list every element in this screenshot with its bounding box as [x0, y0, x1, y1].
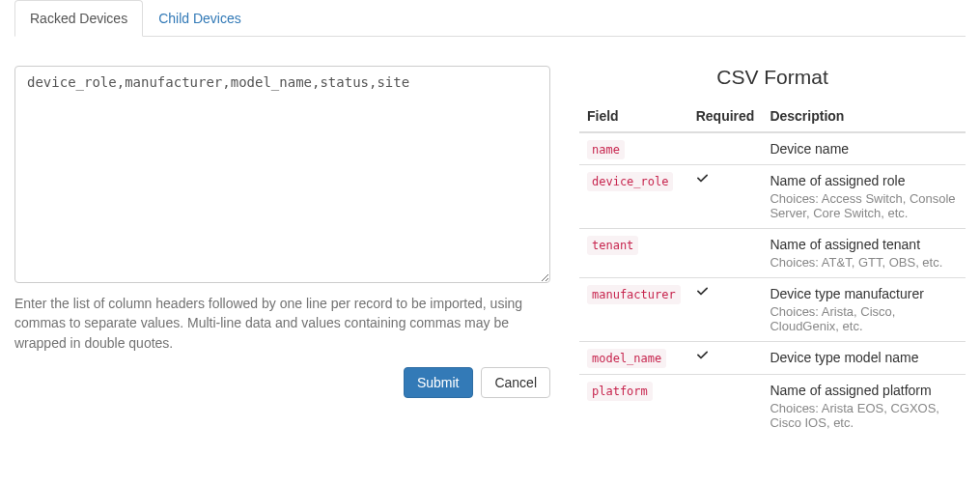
table-row: model_nameDevice type model name — [579, 342, 966, 375]
col-field: Field — [579, 100, 688, 132]
table-row: device_roleName of assigned roleChoices:… — [579, 165, 966, 229]
check-icon — [696, 350, 710, 366]
check-icon — [696, 286, 710, 302]
field-code: tenant — [587, 236, 638, 255]
field-code: name — [587, 140, 625, 159]
field-choices: Choices: Arista, Cisco, CloudGenix, etc. — [770, 304, 958, 333]
field-code: model_name — [587, 349, 666, 368]
col-required: Required — [688, 100, 763, 132]
field-choices: Choices: Arista EOS, CGXOS, Cisco IOS, e… — [770, 401, 958, 430]
tabs: Racked Devices Child Devices — [14, 0, 966, 37]
field-choices: Choices: AT&T, GTT, OBS, etc. — [770, 255, 958, 270]
submit-button[interactable]: Submit — [404, 367, 473, 398]
field-code: device_role — [587, 172, 673, 191]
field-description: Device name — [770, 141, 958, 157]
field-description: Name of assigned tenant — [770, 237, 958, 252]
check-icon — [696, 173, 710, 189]
field-code: manufacturer — [587, 285, 681, 304]
tab-child-devices[interactable]: Child Devices — [143, 0, 257, 37]
table-row: platformName of assigned platformChoices… — [579, 375, 966, 439]
col-description: Description — [762, 100, 966, 132]
table-row: manufacturerDevice type manufacturerChoi… — [579, 278, 966, 342]
field-description: Name of assigned role — [770, 173, 958, 188]
field-choices: Choices: Access Switch, Console Server, … — [770, 191, 958, 220]
csv-input[interactable] — [14, 66, 550, 283]
help-text: Enter the list of column headers followe… — [14, 294, 550, 353]
cancel-button[interactable]: Cancel — [481, 367, 550, 398]
csv-format-title: CSV Format — [579, 66, 966, 89]
field-description: Name of assigned platform — [770, 383, 958, 398]
field-description: Device type model name — [770, 350, 958, 365]
tab-racked-devices[interactable]: Racked Devices — [14, 0, 143, 37]
table-row: nameDevice name — [579, 132, 966, 165]
field-description: Device type manufacturer — [770, 286, 958, 301]
csv-format-table: Field Required Description nameDevice na… — [579, 100, 966, 438]
table-row: tenantName of assigned tenantChoices: AT… — [579, 229, 966, 278]
field-code: platform — [587, 382, 653, 401]
